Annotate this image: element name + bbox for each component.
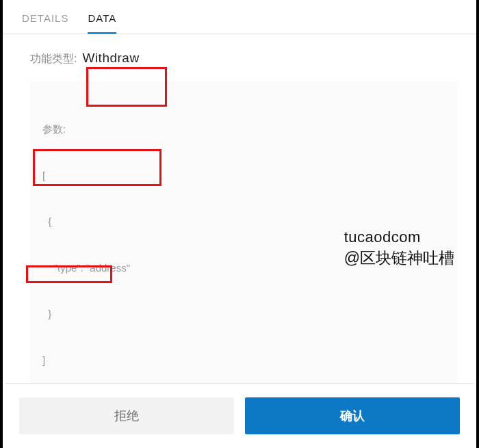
function-type-label: 功能类型: xyxy=(30,52,77,66)
params-block: 参数: [ { "type": "address" } ] xyxy=(30,81,457,411)
params-line: "type": "address" xyxy=(42,261,445,276)
params-line: { xyxy=(42,214,445,230)
reject-button[interactable]: 拒绝 xyxy=(19,397,234,434)
params-line: ] xyxy=(42,353,445,369)
tab-data[interactable]: DATA xyxy=(88,12,116,34)
params-line: } xyxy=(42,306,445,322)
confirm-button[interactable]: 确认 xyxy=(245,397,460,434)
action-bar: 拒绝 确认 xyxy=(5,383,474,448)
params-label: 参数: xyxy=(42,122,445,137)
tab-details[interactable]: DETAILS xyxy=(22,12,68,34)
function-type-value: Withdraw xyxy=(82,51,139,66)
function-type-row: 功能类型: Withdraw xyxy=(30,51,457,66)
app-root: DETAILS DATA 功能类型: Withdraw 参数: [ { "typ… xyxy=(0,0,479,448)
tab-bar: DETAILS DATA xyxy=(3,0,476,34)
params-line: [ xyxy=(42,168,445,184)
